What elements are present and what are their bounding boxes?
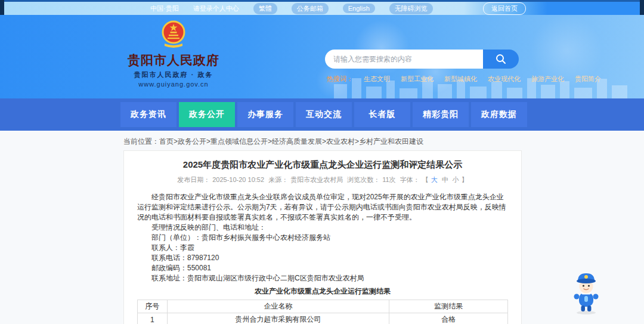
banner: 贵阳市人民政府 贵阳市人民政府 · 政务 www.guiyang.gov.cn … (0, 15, 644, 98)
search-icon (495, 53, 507, 65)
breadcrumb: 当前位置：首页>政务公开>重点领域信息公开>经济高质量发展>农业农村>乡村产业和… (123, 131, 644, 150)
window-edge-right (640, 0, 644, 17)
hot-word-5[interactable]: 旅游产业化 (531, 75, 564, 84)
cell-company: 贵州合力超市采购有限公司 (167, 313, 389, 324)
window-edge-left (0, 0, 4, 17)
source-label: 来源： (268, 176, 288, 183)
paragraph-contact-person: 联系人：李霞 (137, 243, 508, 253)
cell-result: 合格 (389, 313, 508, 324)
source-value: 贵阳市农业农村局 (290, 176, 343, 183)
nav-tab-zhangzheban[interactable]: 长者版 (354, 102, 410, 127)
toplink-english[interactable]: English (343, 4, 375, 13)
table-row: 1 贵州合力超市采购有限公司 合格 (138, 313, 508, 324)
site-url: www.guiyang.gov.cn (125, 81, 222, 88)
national-emblem-icon (160, 20, 187, 48)
mascot-icon (570, 270, 602, 315)
publish-date: 2025-10-20 10:52 (212, 176, 264, 183)
font-bracket-close: 】 (462, 176, 468, 183)
article-body: 经贵阳市农业产业化市级重点龙头企业联席会议成员单位审定，现对2025年开展的农业… (137, 192, 508, 283)
paragraph-contact-intro: 受理情况反映的部门、电话和地址： (137, 223, 508, 233)
nav-tab-jingcai-guiyang[interactable]: 精彩贵阳 (413, 102, 469, 127)
font-size-medium-button[interactable]: 中 (442, 176, 448, 183)
font-size-label: 字体： (400, 176, 420, 183)
toplink-accessibility[interactable]: 无障碍浏览 (389, 3, 433, 14)
back-home-button[interactable]: 返回首页 (483, 2, 526, 15)
paragraph-address: 联系地址：贵阳市观山湖区市级行政中心二期C区贵阳市农业农村局 (137, 273, 508, 283)
table-header-row: 序号 企业名称 监测结果 (138, 300, 508, 313)
monitor-result-table: 序号 企业名称 监测结果 1 贵州合力超市采购有限公司 合格 2 贵州友禾种业有… (137, 300, 508, 324)
font-bracket-open: 【 (422, 176, 429, 183)
toplink-official-mail[interactable]: 公务邮箱 (292, 3, 329, 14)
search-input[interactable] (325, 50, 483, 69)
paragraph-notice: 经贵阳市农业产业化市级重点龙头企业联席会议成员单位审定，现对2025年开展的农业… (137, 192, 508, 223)
article-card: 2025年度贵阳市农业产业化市级重点龙头企业运行监测和评定结果公示 发布日期：2… (123, 150, 522, 324)
search-button[interactable] (483, 50, 519, 69)
site-logo[interactable]: 贵阳市人民政府 贵阳市人民政府 · 政务 www.guiyang.gov.cn (125, 20, 222, 88)
header-company: 企业名称 (167, 300, 389, 313)
font-size-large-button[interactable]: 大 (431, 176, 438, 183)
header-result: 监测结果 (389, 300, 508, 313)
nav-tab-zhengwu-gongkai[interactable]: 政务公开 (179, 102, 235, 127)
table-caption: 农业产业化市级重点龙头企业运行监测结果 (137, 286, 508, 297)
toplink-traditional-chinese[interactable]: 繁體 (253, 3, 277, 14)
site-title: 贵阳市人民政府 (125, 52, 222, 69)
views-label: 浏览次数： (347, 176, 380, 183)
hot-word-2[interactable]: 新型工业化 (401, 75, 434, 84)
nav-tab-banshi-fuwu[interactable]: 办事服务 (237, 102, 293, 127)
paragraph-department: 部门（单位）：贵阳市乡村振兴服务中心农村经济服务站 (137, 233, 508, 243)
breadcrumb-label: 当前位置： (123, 137, 159, 146)
nav-tab-zhengwu-zixun[interactable]: 政务资讯 (120, 102, 177, 127)
assistant-mascot[interactable] (570, 270, 602, 317)
hot-word-3[interactable]: 新型城镇化 (444, 75, 477, 84)
toplink-login-personal-center[interactable]: 请登录个人中心 (193, 4, 239, 13)
font-size-small-button[interactable]: 小 (453, 176, 459, 183)
paragraph-postcode: 邮政编码：550081 (137, 263, 508, 273)
article-title: 2025年度贵阳市农业产业化市级重点龙头企业运行监测和评定结果公示 (137, 157, 508, 171)
topbar-links: 中国·贵阳 请登录个人中心 繁體 公务邮箱 English 无障碍浏览 返回首页 (107, 2, 532, 15)
header-seq: 序号 (138, 300, 168, 313)
cell-seq: 1 (138, 313, 168, 324)
hot-word-6[interactable]: 贵阳简介 (575, 75, 601, 84)
hot-word-1[interactable]: 生态文明 (364, 75, 390, 84)
hot-search-row: 热搜词： 生态文明 新型工业化 新型城镇化 农业现代化 旅游产业化 贵阳简介 (327, 75, 601, 84)
main-nav: 政务资讯 政务公开 办事服务 互动交流 长者版 精彩贵阳 政府数据 (0, 98, 644, 131)
topbar: 中国·贵阳 请登录个人中心 繁體 公务邮箱 English 无障碍浏览 返回首页 (0, 0, 644, 15)
search-bar (325, 50, 519, 69)
views-value: 11次 (382, 176, 395, 183)
hot-search-label: 热搜词： (327, 75, 353, 84)
site-subtitle: 贵阳市人民政府 · 政务 (125, 70, 222, 79)
toplink-china-guiyang[interactable]: 中国·贵阳 (150, 4, 179, 13)
breadcrumb-path[interactable]: 首页>政务公开>重点领域信息公开>经济高质量发展>农业农村>乡村产业和农田建设 (159, 137, 423, 146)
article-meta: 发布日期：2025-10-20 10:52 来源：贵阳市农业农村局 浏览次数：1… (137, 175, 508, 184)
publish-date-label: 发布日期： (177, 176, 210, 183)
nav-tab-zhengfu-shuju[interactable]: 政府数据 (471, 102, 527, 127)
nav-tab-hudong-jiaoliu[interactable]: 互动交流 (296, 102, 352, 127)
paragraph-phone: 联系电话：87987120 (137, 253, 508, 263)
hot-word-4[interactable]: 农业现代化 (488, 75, 521, 84)
